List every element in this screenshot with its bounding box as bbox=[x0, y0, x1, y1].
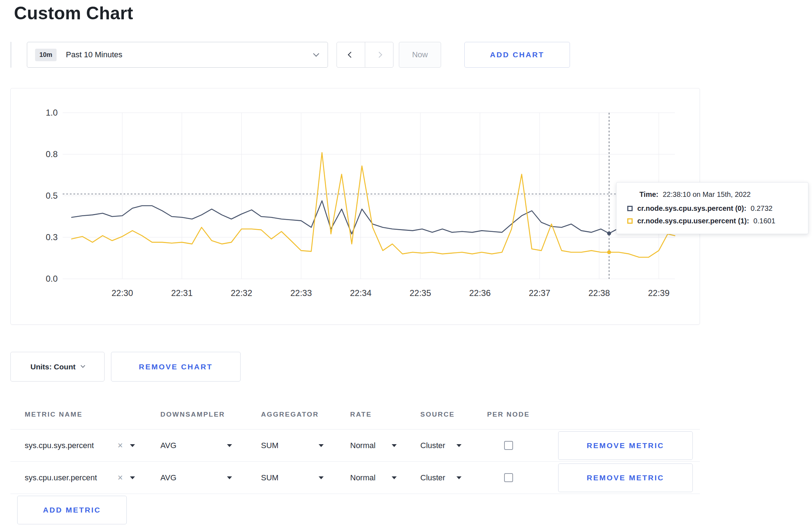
downsampler-value: AVG bbox=[160, 473, 177, 482]
remove-chart-button[interactable]: REMOVE CHART bbox=[111, 352, 241, 382]
caret-down-icon bbox=[227, 476, 232, 479]
svg-text:22:35: 22:35 bbox=[410, 288, 431, 298]
svg-text:0.8: 0.8 bbox=[46, 149, 58, 159]
add-metric-button[interactable]: ADD METRIC bbox=[17, 496, 127, 524]
svg-text:0.5: 0.5 bbox=[46, 191, 58, 200]
remove-metric-button[interactable]: REMOVE METRIC bbox=[558, 431, 693, 460]
tooltip-series-row: cr.node.sys.cpu.user.percent (1): 0.1601 bbox=[627, 217, 799, 225]
rate-value: Normal bbox=[350, 473, 376, 482]
rate-select[interactable]: Normal bbox=[350, 441, 397, 450]
svg-text:22:33: 22:33 bbox=[290, 288, 312, 298]
caret-down-icon bbox=[227, 444, 232, 447]
aggregator-value: SUM bbox=[261, 473, 279, 482]
svg-text:22:32: 22:32 bbox=[231, 288, 252, 298]
aggregator-select[interactable]: SUM bbox=[261, 441, 324, 450]
caret-down-icon bbox=[130, 444, 135, 447]
metric-row: sys.cpu.sys.percent × AVG SUM N bbox=[10, 429, 700, 462]
caret-down-icon bbox=[456, 476, 461, 479]
svg-text:22:30: 22:30 bbox=[111, 288, 133, 298]
downsampler-select[interactable]: AVG bbox=[160, 473, 232, 482]
svg-text:22:36: 22:36 bbox=[469, 288, 490, 298]
tooltip-time-row: Time:22:38:10 on Mar 15th, 2022 bbox=[627, 190, 799, 199]
chart-tooltip: Time:22:38:10 on Mar 15th, 2022 cr.node.… bbox=[616, 182, 808, 234]
remove-metric-button[interactable]: REMOVE METRIC bbox=[558, 464, 693, 492]
source-value: Cluster bbox=[420, 441, 445, 450]
chevron-left-icon bbox=[348, 52, 354, 58]
svg-text:22:39: 22:39 bbox=[648, 288, 670, 298]
tooltip-series-name: cr.node.sys.cpu.sys.percent (0): bbox=[637, 204, 746, 213]
metrics-chart[interactable]: 1.00.80.50.30.022:3022:3122:3222:3322:34… bbox=[11, 88, 700, 324]
clear-metric-icon[interactable]: × bbox=[117, 473, 123, 482]
caret-down-icon bbox=[392, 444, 397, 447]
caret-down-icon bbox=[130, 476, 135, 479]
svg-text:0.0: 0.0 bbox=[46, 274, 58, 283]
time-pager bbox=[337, 42, 393, 68]
downsampler-select[interactable]: AVG bbox=[160, 441, 232, 450]
tooltip-time-label: Time: bbox=[639, 190, 658, 198]
svg-text:22:34: 22:34 bbox=[350, 288, 371, 298]
add-chart-button[interactable]: ADD CHART bbox=[464, 42, 570, 68]
source-value: Cluster bbox=[420, 473, 445, 482]
page-title: Custom Chart bbox=[14, 3, 133, 24]
caret-down-icon bbox=[456, 444, 461, 447]
col-aggregator: AGGREGATOR bbox=[261, 411, 319, 418]
source-select[interactable]: Cluster bbox=[420, 441, 461, 450]
series-sys-swatch-icon bbox=[627, 206, 633, 211]
chart-card: 1.00.80.50.30.022:3022:3122:3222:3322:34… bbox=[10, 88, 700, 325]
next-timerange-button[interactable] bbox=[365, 42, 393, 68]
tooltip-series-value: 0.2732 bbox=[751, 204, 773, 213]
col-downsampler: DOWNSAMPLER bbox=[160, 411, 225, 418]
tooltip-series-value: 0.1601 bbox=[753, 217, 775, 225]
aggregator-value: SUM bbox=[261, 441, 279, 450]
per-node-checkbox[interactable] bbox=[504, 473, 513, 482]
prev-timerange-button[interactable] bbox=[337, 42, 365, 68]
metric-row: sys.cpu.user.percent × AVG SUM bbox=[10, 462, 700, 494]
metric-name: sys.cpu.user.percent bbox=[25, 473, 97, 482]
time-range-label: Past 10 Minutes bbox=[66, 50, 122, 59]
downsampler-value: AVG bbox=[160, 441, 177, 450]
col-rate: RATE bbox=[350, 411, 372, 418]
time-range-dropdown[interactable]: 10m Past 10 Minutes bbox=[27, 42, 328, 68]
rate-value: Normal bbox=[350, 441, 376, 450]
chevron-down-icon bbox=[313, 51, 319, 57]
col-source: SOURCE bbox=[420, 411, 455, 418]
rate-select[interactable]: Normal bbox=[350, 473, 397, 482]
series-user-swatch-icon bbox=[627, 218, 633, 224]
metric-name: sys.cpu.sys.percent bbox=[25, 441, 94, 450]
chevron-right-icon bbox=[376, 52, 382, 58]
clear-metric-icon[interactable]: × bbox=[117, 441, 123, 450]
now-button[interactable]: Now bbox=[399, 42, 441, 68]
metric-name-select[interactable]: sys.cpu.user.percent × bbox=[25, 473, 135, 482]
toolbar-divider bbox=[10, 42, 11, 68]
caret-down-icon bbox=[319, 444, 324, 447]
svg-text:1.0: 1.0 bbox=[46, 108, 58, 117]
aggregator-select[interactable]: SUM bbox=[261, 473, 324, 482]
units-label: Units: Count bbox=[30, 363, 76, 371]
units-dropdown[interactable]: Units: Count bbox=[10, 352, 105, 382]
svg-text:0.3: 0.3 bbox=[46, 232, 58, 242]
chevron-down-icon bbox=[81, 363, 85, 368]
metrics-table: METRIC NAME DOWNSAMPLER AGGREGATOR RATE … bbox=[10, 400, 700, 494]
tooltip-series-name: cr.node.sys.cpu.user.percent (1): bbox=[637, 217, 749, 225]
caret-down-icon bbox=[319, 476, 324, 479]
svg-text:22:31: 22:31 bbox=[171, 288, 193, 298]
time-range-badge: 10m bbox=[35, 49, 57, 61]
metrics-table-header: METRIC NAME DOWNSAMPLER AGGREGATOR RATE … bbox=[10, 400, 700, 429]
source-select[interactable]: Cluster bbox=[420, 473, 461, 482]
per-node-checkbox[interactable] bbox=[504, 441, 513, 450]
svg-text:22:38: 22:38 bbox=[589, 288, 610, 298]
metric-name-select[interactable]: sys.cpu.sys.percent × bbox=[25, 441, 135, 450]
custom-chart-page: Custom Chart 10m Past 10 Minutes Now ADD… bbox=[0, 0, 812, 529]
tooltip-series-row: cr.node.sys.cpu.sys.percent (0): 0.2732 bbox=[627, 204, 799, 213]
caret-down-icon bbox=[392, 476, 397, 479]
svg-text:22:37: 22:37 bbox=[529, 288, 550, 298]
col-per-node: PER NODE bbox=[487, 411, 530, 418]
tooltip-time-value: 22:38:10 on Mar 15th, 2022 bbox=[663, 190, 751, 198]
col-metric-name: METRIC NAME bbox=[25, 411, 83, 418]
